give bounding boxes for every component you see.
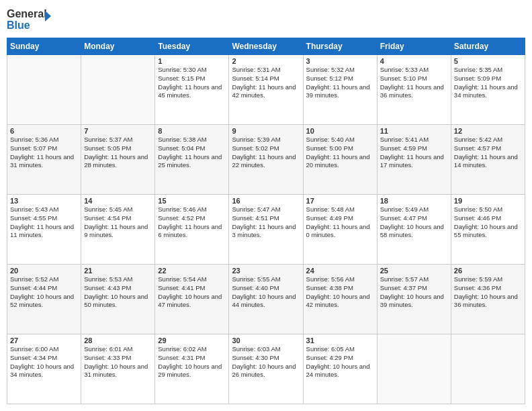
calendar-cell: 30Sunrise: 6:03 AMSunset: 4:30 PMDayligh…	[229, 334, 303, 404]
day-number: 7	[84, 127, 152, 135]
calendar-week-5: 27Sunrise: 6:00 AMSunset: 4:34 PMDayligh…	[7, 334, 525, 404]
day-info: Sunrise: 5:37 AMSunset: 5:05 PMDaylight:…	[84, 136, 152, 170]
day-info: Sunrise: 5:39 AMSunset: 5:02 PMDaylight:…	[232, 136, 300, 170]
day-number: 25	[380, 267, 448, 275]
day-info: Sunrise: 5:31 AMSunset: 5:14 PMDaylight:…	[232, 66, 300, 100]
day-info: Sunrise: 5:47 AMSunset: 4:51 PMDaylight:…	[232, 205, 300, 240]
day-info: Sunrise: 5:56 AMSunset: 4:38 PMDaylight:…	[306, 275, 374, 310]
calendar-cell	[451, 334, 525, 404]
day-number: 8	[158, 127, 226, 135]
calendar-cell	[377, 334, 451, 404]
day-info: Sunrise: 5:48 AMSunset: 4:49 PMDaylight:…	[306, 205, 374, 240]
day-info: Sunrise: 5:43 AMSunset: 4:55 PMDaylight:…	[10, 205, 78, 240]
day-number: 19	[454, 197, 522, 205]
day-info: Sunrise: 5:30 AMSunset: 5:15 PMDaylight:…	[158, 66, 226, 100]
calendar-cell: 14Sunrise: 5:45 AMSunset: 4:54 PMDayligh…	[81, 195, 155, 265]
calendar-cell: 12Sunrise: 5:42 AMSunset: 4:57 PMDayligh…	[451, 125, 525, 195]
calendar-cell: 26Sunrise: 5:59 AMSunset: 4:36 PMDayligh…	[451, 265, 525, 334]
calendar-header-sunday: Sunday	[7, 38, 81, 55]
day-number: 24	[306, 267, 374, 275]
logo-svg: GeneralBlue	[7, 7, 54, 32]
calendar-cell: 21Sunrise: 5:53 AMSunset: 4:43 PMDayligh…	[81, 265, 155, 334]
svg-marker-2	[45, 11, 51, 21]
calendar-cell: 13Sunrise: 5:43 AMSunset: 4:55 PMDayligh…	[7, 195, 81, 265]
day-number: 18	[380, 197, 448, 205]
calendar-cell: 10Sunrise: 5:40 AMSunset: 5:00 PMDayligh…	[303, 125, 377, 195]
calendar-cell: 5Sunrise: 5:35 AMSunset: 5:09 PMDaylight…	[451, 55, 525, 125]
day-number: 21	[84, 267, 152, 275]
calendar-header-monday: Monday	[81, 38, 155, 55]
day-info: Sunrise: 6:05 AMSunset: 4:29 PMDaylight:…	[306, 345, 374, 379]
day-info: Sunrise: 5:40 AMSunset: 5:00 PMDaylight:…	[306, 136, 374, 170]
day-info: Sunrise: 5:53 AMSunset: 4:43 PMDaylight:…	[84, 275, 152, 310]
calendar-cell: 18Sunrise: 5:49 AMSunset: 4:47 PMDayligh…	[377, 195, 451, 265]
day-number: 26	[454, 267, 522, 275]
day-number: 28	[84, 336, 152, 345]
calendar-cell: 2Sunrise: 5:31 AMSunset: 5:14 PMDaylight…	[229, 55, 303, 125]
day-number: 20	[10, 267, 78, 275]
day-number: 16	[232, 197, 300, 205]
day-info: Sunrise: 5:42 AMSunset: 4:57 PMDaylight:…	[454, 136, 522, 170]
calendar-cell	[81, 55, 155, 125]
day-info: Sunrise: 5:35 AMSunset: 5:09 PMDaylight:…	[454, 66, 522, 100]
day-number: 3	[306, 57, 374, 65]
day-number: 2	[232, 57, 300, 65]
day-number: 9	[232, 127, 300, 135]
day-number: 13	[10, 197, 78, 205]
day-info: Sunrise: 6:00 AMSunset: 4:34 PMDaylight:…	[10, 345, 78, 379]
calendar-cell: 17Sunrise: 5:48 AMSunset: 4:49 PMDayligh…	[303, 195, 377, 265]
header: GeneralBlue	[7, 7, 525, 32]
day-number: 27	[10, 336, 78, 345]
day-info: Sunrise: 5:54 AMSunset: 4:41 PMDaylight:…	[158, 275, 226, 310]
svg-text:Blue: Blue	[7, 19, 30, 31]
page: GeneralBlue SundayMondayTuesdayWednesday…	[0, 0, 532, 411]
calendar-cell: 3Sunrise: 5:32 AMSunset: 5:12 PMDaylight…	[303, 55, 377, 125]
day-info: Sunrise: 5:50 AMSunset: 4:46 PMDaylight:…	[454, 205, 522, 240]
calendar-cell: 7Sunrise: 5:37 AMSunset: 5:05 PMDaylight…	[81, 125, 155, 195]
day-number: 30	[232, 336, 300, 345]
calendar-cell: 11Sunrise: 5:41 AMSunset: 4:59 PMDayligh…	[377, 125, 451, 195]
day-info: Sunrise: 5:46 AMSunset: 4:52 PMDaylight:…	[158, 205, 226, 240]
day-number: 12	[454, 127, 522, 135]
day-info: Sunrise: 5:49 AMSunset: 4:47 PMDaylight:…	[380, 205, 448, 240]
calendar-header-thursday: Thursday	[303, 38, 377, 55]
calendar-header-saturday: Saturday	[451, 38, 525, 55]
calendar-header-row: SundayMondayTuesdayWednesdayThursdayFrid…	[7, 38, 525, 55]
day-number: 5	[454, 57, 522, 65]
calendar-cell: 1Sunrise: 5:30 AMSunset: 5:15 PMDaylight…	[155, 55, 229, 125]
calendar-cell: 6Sunrise: 5:36 AMSunset: 5:07 PMDaylight…	[7, 125, 81, 195]
day-info: Sunrise: 5:33 AMSunset: 5:10 PMDaylight:…	[380, 66, 448, 100]
day-info: Sunrise: 5:59 AMSunset: 4:36 PMDaylight:…	[454, 275, 522, 310]
calendar-cell: 22Sunrise: 5:54 AMSunset: 4:41 PMDayligh…	[155, 265, 229, 334]
day-number: 17	[306, 197, 374, 205]
day-number: 29	[158, 336, 226, 345]
day-number: 6	[10, 127, 78, 135]
calendar-cell: 27Sunrise: 6:00 AMSunset: 4:34 PMDayligh…	[7, 334, 81, 404]
calendar-week-1: 1Sunrise: 5:30 AMSunset: 5:15 PMDaylight…	[7, 55, 525, 125]
calendar-week-2: 6Sunrise: 5:36 AMSunset: 5:07 PMDaylight…	[7, 125, 525, 195]
day-info: Sunrise: 6:03 AMSunset: 4:30 PMDaylight:…	[232, 345, 300, 379]
day-info: Sunrise: 5:32 AMSunset: 5:12 PMDaylight:…	[306, 66, 374, 100]
day-number: 14	[84, 197, 152, 205]
day-number: 23	[232, 267, 300, 275]
day-info: Sunrise: 5:41 AMSunset: 4:59 PMDaylight:…	[380, 136, 448, 170]
calendar-cell: 20Sunrise: 5:52 AMSunset: 4:44 PMDayligh…	[7, 265, 81, 334]
calendar-cell: 31Sunrise: 6:05 AMSunset: 4:29 PMDayligh…	[303, 334, 377, 404]
day-info: Sunrise: 6:02 AMSunset: 4:31 PMDaylight:…	[158, 345, 226, 379]
calendar-week-3: 13Sunrise: 5:43 AMSunset: 4:55 PMDayligh…	[7, 195, 525, 265]
calendar-table: SundayMondayTuesdayWednesdayThursdayFrid…	[7, 38, 525, 404]
calendar-cell: 24Sunrise: 5:56 AMSunset: 4:38 PMDayligh…	[303, 265, 377, 334]
calendar-cell: 19Sunrise: 5:50 AMSunset: 4:46 PMDayligh…	[451, 195, 525, 265]
svg-text:General: General	[7, 8, 47, 19]
calendar-header-wednesday: Wednesday	[229, 38, 303, 55]
calendar-cell: 9Sunrise: 5:39 AMSunset: 5:02 PMDaylight…	[229, 125, 303, 195]
calendar-header-friday: Friday	[377, 38, 451, 55]
day-number: 31	[306, 336, 374, 345]
day-info: Sunrise: 5:45 AMSunset: 4:54 PMDaylight:…	[84, 205, 152, 240]
day-number: 22	[158, 267, 226, 275]
day-number: 11	[380, 127, 448, 135]
day-info: Sunrise: 5:52 AMSunset: 4:44 PMDaylight:…	[10, 275, 78, 310]
day-info: Sunrise: 5:55 AMSunset: 4:40 PMDaylight:…	[232, 275, 300, 310]
day-number: 1	[158, 57, 226, 65]
day-number: 4	[380, 57, 448, 65]
